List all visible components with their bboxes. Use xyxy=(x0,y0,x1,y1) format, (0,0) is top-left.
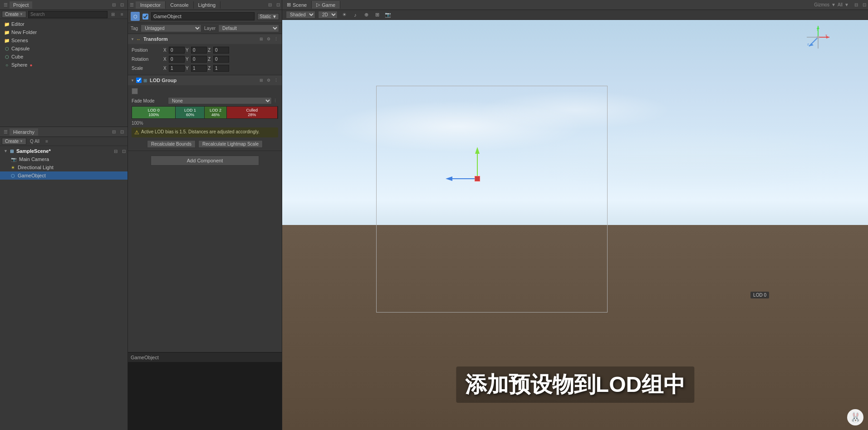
lod-header[interactable]: ▼ ⊞ LOD Group ⊞ ⚙ ⋮ xyxy=(128,75,282,85)
scene-minimize-btn[interactable]: ⊟ xyxy=(853,1,860,9)
project-corner-btns: ⊟ ⊡ xyxy=(110,1,126,9)
rot-x-input[interactable] xyxy=(169,56,185,63)
transform-header[interactable]: ▼ ↔ Transform ⊞ ⚙ ⋮ xyxy=(128,34,282,44)
preview-label: GameObject xyxy=(128,352,282,362)
transform-script-icon[interactable]: ⊞ xyxy=(258,36,265,42)
hier-scene-minimize-btn[interactable]: ⊟ xyxy=(112,147,119,155)
add-component-btn[interactable]: Add Component xyxy=(151,156,259,166)
lighting-tab[interactable]: Lighting xyxy=(194,1,221,9)
project-create-btn[interactable]: Create ▼ xyxy=(2,11,26,18)
cube-icon: ⬡ xyxy=(4,54,10,60)
fade-mode-label: Fade Mode xyxy=(132,98,168,103)
project-view-icon[interactable]: ≡ xyxy=(118,11,126,18)
hierarchy-create-btn[interactable]: Create ▼ xyxy=(2,138,26,145)
scene-viewport[interactable]: LOD 0 添加预设物到LOD组中 xyxy=(282,20,868,430)
hier-scene-expand-btn[interactable]: ⊡ xyxy=(120,147,128,155)
lod-indicator-bar: LOD 0 100% LOD 1 60% LOD 2 46% Culled xyxy=(132,106,278,119)
tree-item-editor[interactable]: 📁 Editor xyxy=(0,20,128,28)
lod-warning: ⚠ Active LOD bias is 1.5. Distances are … xyxy=(132,127,278,137)
hierarchy-minimize-btn[interactable]: ⊟ xyxy=(110,128,118,136)
fade-menu-icon[interactable]: ⋮ xyxy=(272,98,278,104)
inspector-minimize-btn[interactable]: ⊟ xyxy=(266,1,274,9)
vr-toggle-icon[interactable]: ⊕ xyxy=(362,11,370,19)
inspector-tab[interactable]: Inspector xyxy=(136,1,166,9)
hier-item-gameobject[interactable]: ⬡ GameObject xyxy=(0,171,128,180)
view-tab-bar: ⊞ Scene ▷ Game Gizmos ▼ All ▼ ⊟ ⊡ xyxy=(282,0,868,10)
hier-item-directionallight[interactable]: ☀ Directional Light xyxy=(0,163,128,171)
lod-active-checkbox[interactable] xyxy=(136,78,142,83)
scale-z-input[interactable] xyxy=(213,65,229,72)
inspector-maximize-btn[interactable]: ⊡ xyxy=(275,1,282,9)
hier-item-maincamera[interactable]: 📷 Main Camera xyxy=(0,155,128,163)
recalculate-lightmap-btn[interactable]: Recalculate Lightmap Scale xyxy=(198,140,263,148)
transform-icon: ↔ xyxy=(136,37,141,42)
svg-text:x: x xyxy=(825,33,827,37)
lod-section: ▼ ⊞ LOD Group ⊞ ⚙ ⋮ Fade Mode xyxy=(128,75,282,151)
lod-icon: ⊞ xyxy=(143,78,147,83)
scene-corner-btns: ⊟ ⊡ xyxy=(853,1,868,9)
gameobject-name-input[interactable] xyxy=(151,12,255,20)
game-tab[interactable]: ▷ Game xyxy=(312,1,340,9)
hierarchy-search-placeholder: Q All xyxy=(28,139,41,144)
hier-item-samplescene[interactable]: ▼ ⊞ SampleScene* ⊟ ⊡ xyxy=(0,147,128,155)
audio-toggle-icon[interactable]: ♪ xyxy=(351,11,359,19)
recalculate-bounds-btn[interactable]: Recalculate Bounds xyxy=(147,140,196,148)
project-search-input[interactable] xyxy=(28,11,108,18)
tree-item-newfolder[interactable]: 📁 New Folder xyxy=(0,28,128,36)
tree-item-capsule[interactable]: ⬡ Capsule xyxy=(0,44,128,53)
tree-item-scenes[interactable]: 📁 Scenes xyxy=(0,36,128,44)
hierarchy-filter-icon[interactable]: ≡ xyxy=(43,138,50,145)
pos-y-input[interactable] xyxy=(191,47,207,54)
lod-menu-icon[interactable]: ⋮ xyxy=(273,77,279,83)
project-toolbar: Create ▼ ⊞ ≡ xyxy=(0,10,128,19)
lod1-segment[interactable]: LOD 1 60% xyxy=(176,107,205,118)
grid-toggle-icon[interactable]: ⊞ xyxy=(373,11,381,19)
tree-item-sphere[interactable]: ○ Sphere ● xyxy=(0,61,128,69)
fade-mode-row: Fade Mode None ⋮ xyxy=(132,97,278,104)
lod0-segment[interactable]: LOD 0 100% xyxy=(132,107,176,118)
rot-y-input[interactable] xyxy=(191,56,207,63)
static-dropdown[interactable]: Static ▼ xyxy=(257,13,279,20)
tree-item-cube[interactable]: ⬡ Cube xyxy=(0,53,128,61)
scene-arrow-icon: ▼ xyxy=(4,149,8,153)
transform-settings-icon[interactable]: ⚙ xyxy=(265,36,272,42)
fade-mode-dropdown[interactable]: None xyxy=(168,97,272,104)
scale-y-input[interactable] xyxy=(191,65,207,72)
pos-x-input[interactable] xyxy=(169,47,185,54)
add-component-section: Add Component xyxy=(128,151,282,170)
gameobject-icon: ⬡ xyxy=(11,173,15,178)
svg-marker-3 xyxy=(446,176,452,181)
pos-y-group: Y xyxy=(186,47,207,54)
culled-segment[interactable]: Culled 28% xyxy=(227,107,278,118)
project-filter-icon[interactable]: ⊞ xyxy=(109,11,117,18)
console-tab[interactable]: Console xyxy=(166,1,193,9)
transform-body: Position X Y Z xyxy=(128,44,282,75)
camera-icon: 📷 xyxy=(11,157,16,162)
scene-tab[interactable]: ⊞ Scene xyxy=(282,1,312,9)
tag-dropdown[interactable]: Untagged xyxy=(141,24,201,32)
layer-dropdown[interactable]: Default xyxy=(218,24,279,32)
gameobject-active-checkbox[interactable] xyxy=(142,14,148,20)
lod-script-icon[interactable]: ⊞ xyxy=(258,77,265,83)
scale-x-input[interactable] xyxy=(169,65,185,72)
project-maximize-btn[interactable]: ⊡ xyxy=(118,1,126,9)
camera-toggle-icon[interactable]: 📷 xyxy=(384,11,392,19)
pos-z-input[interactable] xyxy=(213,47,229,54)
dimension-dropdown[interactable]: 2D xyxy=(318,11,338,19)
hier-scene-btns: ⊟ ⊡ xyxy=(112,147,128,155)
lod-settings-icon[interactable]: ⚙ xyxy=(265,77,272,83)
pos-z-group: Z xyxy=(208,47,229,54)
transform-arrow-icon: ▼ xyxy=(131,37,134,41)
transform-menu-icon[interactable]: ⋮ xyxy=(273,36,279,42)
lighting-toggle-icon[interactable]: ☀ xyxy=(340,11,348,19)
hierarchy-tab[interactable]: Hierarchy xyxy=(10,128,38,136)
scene-maximize-btn[interactable]: ⊡ xyxy=(861,1,868,9)
shading-dropdown[interactable]: Shaded xyxy=(286,11,315,19)
rot-z-input[interactable] xyxy=(213,56,229,63)
project-tab[interactable]: Project xyxy=(10,1,32,9)
hierarchy-maximize-btn[interactable]: ⊡ xyxy=(118,128,126,136)
compass-svg: x y z xyxy=(804,24,832,51)
layer-label: Layer xyxy=(204,26,216,31)
project-minimize-btn[interactable]: ⊟ xyxy=(110,1,118,9)
lod2-segment[interactable]: LOD 2 46% xyxy=(205,107,226,118)
